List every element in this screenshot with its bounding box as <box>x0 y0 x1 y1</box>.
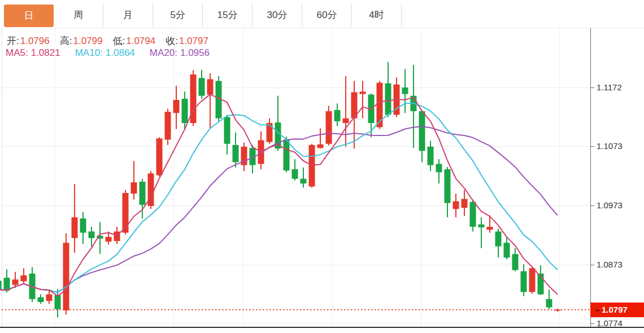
open-readout: 开:1.0796 <box>7 34 50 47</box>
candle-body <box>267 123 273 142</box>
y-axis-tick <box>590 87 594 88</box>
tab-day[interactable]: 日 <box>4 5 54 27</box>
ma20-label: MA20: <box>150 47 177 58</box>
candle-body <box>80 218 86 233</box>
candle-body <box>0 281 2 290</box>
candle-body <box>462 199 468 208</box>
candle-body <box>292 169 298 179</box>
candle-body <box>55 295 61 309</box>
candle-body <box>38 297 44 302</box>
y-axis-tick <box>590 205 594 206</box>
high-value: 1.0799 <box>73 36 102 46</box>
candle-body <box>224 117 230 144</box>
candle-body <box>478 225 485 227</box>
page: 日周月5分15分30分60分4时 开:1.0796 高:1.0799 低:1.0… <box>0 0 644 333</box>
close-value: 1.0797 <box>179 36 208 46</box>
candle-body <box>165 112 171 139</box>
y-axis-label: 1.1073 <box>597 141 623 151</box>
price-tag-tick <box>596 310 599 311</box>
price-tag-value: 1.0797 <box>602 305 628 314</box>
candle-body <box>385 84 391 115</box>
candle-body <box>106 237 112 242</box>
y-axis-label: 1.0873 <box>597 260 623 269</box>
candle-body <box>521 271 527 292</box>
candle-body <box>12 279 19 284</box>
candle-body <box>343 119 349 123</box>
candle-body <box>284 139 290 170</box>
y-axis-label: 1.0973 <box>597 200 623 210</box>
current-price-tag: 1.0797 <box>590 303 644 317</box>
tab-15min[interactable]: 15分 <box>203 3 253 27</box>
tab-4hour[interactable]: 4时 <box>352 3 402 27</box>
chart-bottom-border <box>0 327 644 328</box>
tab-week[interactable]: 周 <box>54 3 103 27</box>
candle-body <box>182 99 188 123</box>
candle-body <box>445 169 451 203</box>
ma20-readout: MA20:1.0956 <box>150 47 210 59</box>
candle-body <box>377 83 383 128</box>
candle-body <box>72 217 78 238</box>
candle-body <box>495 231 502 246</box>
ma20-value: 1.0956 <box>180 47 210 58</box>
candle-body <box>131 182 137 194</box>
ma5-readout: MA5:1.0821 <box>6 47 60 59</box>
candle-body <box>360 91 366 94</box>
low-readout: 低:1.0794 <box>112 34 155 47</box>
ma10-value: 1.0864 <box>106 47 135 58</box>
open-label: 开: <box>7 36 19 46</box>
candle-body <box>428 147 434 165</box>
candle-body <box>334 110 341 121</box>
candle-body <box>326 111 332 144</box>
low-value: 1.0794 <box>126 36 155 46</box>
candle-body <box>529 268 536 292</box>
candle-body <box>453 201 459 209</box>
candle-body <box>207 79 214 94</box>
tab-60min[interactable]: 60分 <box>302 3 352 27</box>
candle-body <box>173 100 180 113</box>
candle-body <box>317 144 324 148</box>
candle-body <box>63 243 69 310</box>
candle-wick <box>133 161 134 199</box>
candle-body <box>89 231 95 238</box>
candle-body <box>233 145 239 162</box>
candle-body <box>419 111 425 151</box>
tab-5min[interactable]: 5分 <box>153 3 203 27</box>
candle-body <box>402 87 408 94</box>
low-label: 低: <box>112 36 125 46</box>
y-axis-tick <box>590 146 594 147</box>
candle-body <box>546 299 552 308</box>
candle-body <box>46 295 53 301</box>
tab-30min[interactable]: 30分 <box>253 3 302 27</box>
candle-body <box>436 164 442 172</box>
close-label: 收: <box>166 36 178 46</box>
candle-body <box>470 202 476 227</box>
candle-wick <box>489 216 490 233</box>
y-axis-label: 1.1172 <box>597 82 622 92</box>
candle-body <box>199 78 205 96</box>
y-axis-tick <box>590 323 594 324</box>
tab-month[interactable]: 月 <box>103 3 153 27</box>
candle-body <box>555 310 561 311</box>
candle-body <box>504 243 510 257</box>
ma-legend: MA5:1.0821 MA10:1.0864 MA20:1.0956 <box>6 47 210 59</box>
candle-body <box>301 179 307 183</box>
open-value: 1.0796 <box>20 36 50 46</box>
ma10-label: MA10: <box>75 47 103 58</box>
close-readout: 收:1.0797 <box>166 34 208 47</box>
ohlc-legend: 开:1.0796 高:1.0799 低:1.0794 收:1.0797 <box>7 34 208 47</box>
candle-body <box>512 254 519 270</box>
candle-body <box>487 227 493 230</box>
y-axis-label: 1.0774 <box>597 318 623 328</box>
ma5-value: 1.0821 <box>31 47 60 58</box>
high-label: 高: <box>60 36 72 46</box>
candle-wick <box>303 168 304 188</box>
high-readout: 高:1.0799 <box>60 34 103 47</box>
tab-bar-border <box>54 28 644 28</box>
candle-body <box>21 275 27 282</box>
candle-body <box>140 182 146 205</box>
ma10-readout: MA10:1.0864 <box>75 47 135 59</box>
y-axis-tick <box>590 265 594 265</box>
candle-wick <box>345 76 346 147</box>
candle-body <box>156 138 163 175</box>
ma5-label: MA5: <box>6 47 28 58</box>
